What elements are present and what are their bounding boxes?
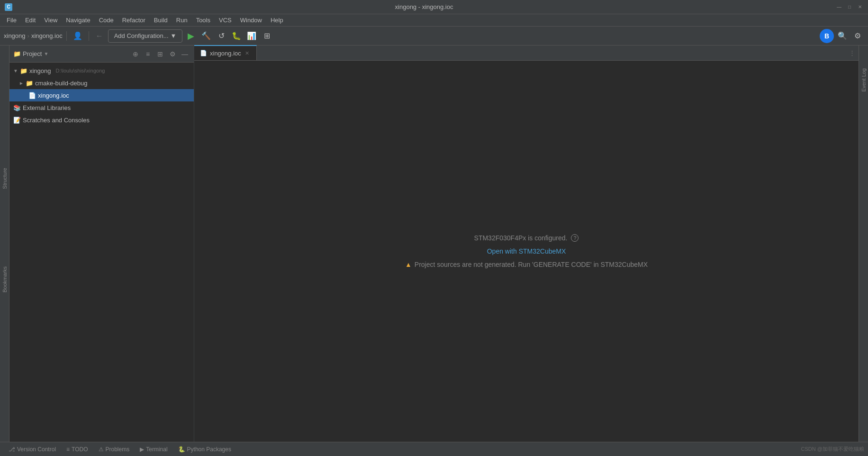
bottom-tab-problems[interactable]: ⚠ Problems <box>94 444 135 455</box>
app-logo: C <box>5 3 12 11</box>
tab-bar: 📄 xingong.ioc ✕ ⋮ <box>194 46 859 61</box>
baidu-plugin-icon[interactable]: B <box>820 29 834 43</box>
tree-item-ext-libs[interactable]: 📚 External Libraries <box>9 101 194 114</box>
search-everywhere-button[interactable]: 🔍 <box>836 29 849 43</box>
terminal-label: Terminal <box>146 446 167 453</box>
menu-vcs[interactable]: VCS <box>215 15 235 25</box>
menu-tools[interactable]: Tools <box>192 15 214 25</box>
root-folder-icon: 📁 <box>20 67 27 74</box>
problems-label: Problems <box>106 446 130 453</box>
project-collapse-button[interactable]: ≡ <box>143 49 153 59</box>
close-button[interactable]: ✕ <box>857 4 863 10</box>
warning-text: Project sources are not generated. Run '… <box>415 261 648 268</box>
project-panel: 📁 Project ▼ ⊕ ≡ ⊞ ⚙ — ▼ 📁 xingong D:\lou… <box>9 46 194 442</box>
ioc-file-icon: 📄 <box>28 92 36 99</box>
structure-panel-label[interactable]: Structure <box>2 168 8 189</box>
python-icon: 🐍 <box>178 446 185 453</box>
event-log-label[interactable]: Event Log <box>861 68 867 92</box>
ioc-file-label: xingong.ioc <box>38 92 69 99</box>
root-chevron-icon: ▼ <box>13 68 18 73</box>
bookmarks-panel-label[interactable]: Bookmarks <box>2 266 8 292</box>
minimize-button[interactable]: — <box>836 4 842 10</box>
tree-item-xingong-ioc[interactable]: 📄 xingong.ioc <box>9 89 194 101</box>
tab-more-button[interactable]: ⋮ <box>845 45 859 60</box>
project-panel-title: Project <box>23 50 42 57</box>
cmake-label: cmake-build-debug <box>35 80 88 87</box>
menu-build[interactable]: Build <box>150 15 172 25</box>
debug-button[interactable]: 🐛 <box>230 29 243 43</box>
todo-label: TODO <box>72 446 88 453</box>
menu-file[interactable]: File <box>3 15 20 25</box>
scratches-label: Scratches and Consoles <box>23 117 90 124</box>
root-label: xingong <box>29 67 51 74</box>
project-minimize-button[interactable]: — <box>180 49 190 59</box>
rerun-button[interactable]: ↺ <box>215 29 228 43</box>
build-button[interactable]: 🔨 <box>199 29 213 43</box>
bottom-tab-terminal[interactable]: ▶ Terminal <box>135 444 172 455</box>
menu-bar: File Edit View Navigate Code Refactor Bu… <box>0 14 868 27</box>
back-button[interactable]: ← <box>93 29 106 43</box>
bottom-tab-todo[interactable]: ≡ TODO <box>62 444 92 455</box>
help-icon[interactable]: ? <box>571 234 579 242</box>
tab-xingong-ioc[interactable]: 📄 xingong.ioc ✕ <box>194 45 257 60</box>
menu-refactor[interactable]: Refactor <box>118 15 149 25</box>
tab-label: xingong.ioc <box>210 50 241 57</box>
tree-item-cmake[interactable]: ► 📁 cmake-build-debug <box>9 77 194 89</box>
breadcrumb-separator: › <box>27 32 29 39</box>
cmake-chevron-icon: ► <box>19 81 24 86</box>
coverage-button[interactable]: ⊞ <box>260 29 273 43</box>
menu-window[interactable]: Window <box>236 15 266 25</box>
root-path: D:\loulu\shisi\xingong <box>55 68 105 73</box>
tree-item-scratches[interactable]: 📝 Scratches and Consoles <box>9 114 194 126</box>
add-config-label: Add Configuration... <box>114 32 169 39</box>
project-title-chevron[interactable]: ▼ <box>44 51 48 56</box>
menu-view[interactable]: View <box>40 15 61 25</box>
scratches-icon: 📝 <box>13 117 21 124</box>
add-configuration-button[interactable]: Add Configuration... ▼ <box>108 29 183 43</box>
tree-item-root[interactable]: ▼ 📁 xingong D:\loulu\shisi\xingong <box>9 64 194 77</box>
tab-close-button[interactable]: ✕ <box>244 50 251 56</box>
project-panel-header: 📁 Project ▼ ⊕ ≡ ⊞ ⚙ — <box>9 46 194 63</box>
project-settings-button[interactable]: ⚙ <box>167 49 178 59</box>
editor-content: STM32F030F4Px is configured. ? Open with… <box>194 61 859 442</box>
version-control-icon: ⎇ <box>9 446 15 453</box>
bottom-tab-version-control[interactable]: ⎇ Version Control <box>4 444 61 455</box>
menu-code[interactable]: Code <box>95 15 118 25</box>
menu-help[interactable]: Help <box>267 15 287 25</box>
window-title: xingong - xingong.ioc <box>12 3 836 10</box>
run-button[interactable]: ▶ <box>184 29 198 43</box>
bottom-right-text: CSDN @加菲猫不爱吃猫粮 <box>801 446 864 453</box>
profile-button[interactable]: 📊 <box>245 29 258 43</box>
tab-file-icon: 📄 <box>200 50 207 56</box>
ext-libs-icon: 📚 <box>13 104 21 111</box>
terminal-icon: ▶ <box>140 446 144 453</box>
menu-run[interactable]: Run <box>172 15 191 25</box>
account-icon-button[interactable]: 👤 <box>71 29 85 43</box>
right-strip: Event Log <box>859 46 868 442</box>
title-bar: C xingong - xingong.ioc — □ ✕ <box>0 0 868 14</box>
menu-navigate[interactable]: Navigate <box>62 15 94 25</box>
maximize-button[interactable]: □ <box>846 4 853 10</box>
project-locate-button[interactable]: ⊕ <box>130 49 141 59</box>
bottom-bar: ⎇ Version Control ≡ TODO ⚠ Problems ▶ Te… <box>0 442 868 456</box>
bottom-tab-python[interactable]: 🐍 Python Packages <box>173 444 236 455</box>
cmake-folder-icon: 📁 <box>26 80 33 87</box>
add-config-arrow: ▼ <box>171 32 177 39</box>
python-label: Python Packages <box>187 446 231 453</box>
settings-button[interactable]: ⚙ <box>851 29 864 43</box>
file-tree: ▼ 📁 xingong D:\loulu\shisi\xingong ► 📁 c… <box>9 63 194 442</box>
configured-text: STM32F030F4Px is configured. <box>474 234 568 242</box>
warning-message: ▲ Project sources are not generated. Run… <box>405 261 648 268</box>
toolbar: xingong › xingong.ioc 👤 ← Add Configurat… <box>0 27 868 46</box>
todo-icon: ≡ <box>66 446 70 453</box>
menu-edit[interactable]: Edit <box>21 15 39 25</box>
breadcrumb-project[interactable]: xingong <box>4 32 26 39</box>
warning-icon: ▲ <box>405 261 412 268</box>
ext-libs-label: External Libraries <box>23 104 71 111</box>
project-filter-button[interactable]: ⊞ <box>155 49 165 59</box>
open-cubemx-link[interactable]: Open with STM32CubeMX <box>487 247 566 255</box>
toolbar-sep-2 <box>89 31 89 41</box>
version-control-label: Version Control <box>17 446 56 453</box>
project-folder-icon: 📁 <box>13 50 21 57</box>
breadcrumb-file[interactable]: xingong.ioc <box>31 32 63 39</box>
